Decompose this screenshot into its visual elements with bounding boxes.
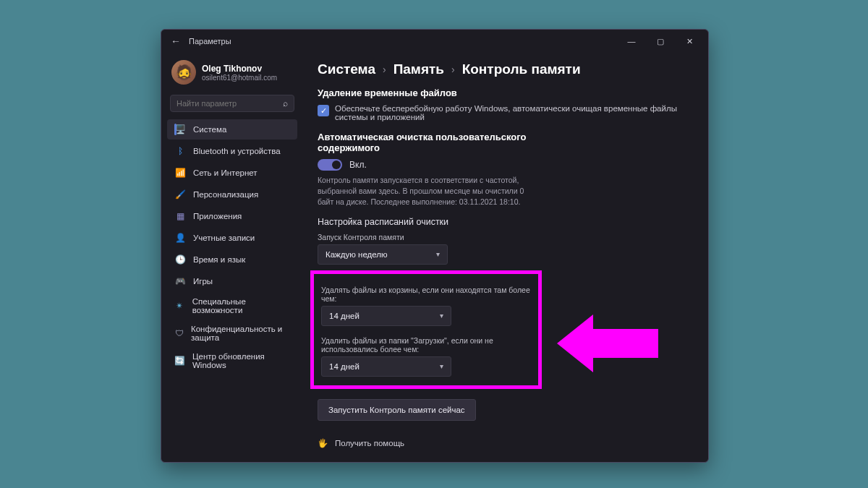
system-icon: 🖥️ <box>174 124 186 135</box>
games-icon: 🎮 <box>174 275 186 287</box>
sidebar-item-label: Учетные записи <box>193 234 255 242</box>
sidebar-item-games[interactable]: 🎮 Игры <box>167 271 297 291</box>
close-button[interactable]: ✕ <box>675 31 704 51</box>
downloads-select[interactable]: 14 дней ▾ <box>321 356 451 377</box>
chevron-right-icon: › <box>383 64 386 75</box>
sidebar-item-label: Приложения <box>193 212 242 221</box>
sidebar-item-apps[interactable]: ▦ Приложения <box>167 206 297 226</box>
sidebar-item-label: Игры <box>193 277 213 286</box>
sidebar-item-system[interactable]: 🖥️ Система <box>167 119 297 140</box>
sidebar-item-bluetooth[interactable]: ᛒ Bluetooth и устройства <box>167 141 297 161</box>
breadcrumb-storage[interactable]: Память <box>393 61 444 77</box>
run-schedule-select[interactable]: Каждую неделю ▾ <box>318 244 448 265</box>
chevron-down-icon: ▾ <box>440 362 443 370</box>
breadcrumb-current: Контроль памяти <box>462 61 581 77</box>
avatar: 🧔 <box>171 60 196 85</box>
auto-clean-description: Контроль памяти запускается в соответств… <box>318 175 535 208</box>
sidebar-item-label: Сеть и Интернет <box>193 168 258 177</box>
accounts-icon: 👤 <box>174 232 186 244</box>
update-icon: 🔄 <box>174 355 185 367</box>
sidebar-item-time[interactable]: 🕒 Время и язык <box>167 249 297 270</box>
chevron-down-icon: ▾ <box>440 312 443 320</box>
sidebar-item-accessibility[interactable]: ✴ Специальные возможности <box>167 293 297 319</box>
main-content: Система › Память › Контроль памяти Удале… <box>303 53 708 462</box>
app-title: Параметры <box>189 37 231 46</box>
run-schedule-label: Запуск Контроля памяти <box>318 233 691 241</box>
sidebar-item-privacy[interactable]: 🛡 Конфиденциальность и защита <box>167 320 297 346</box>
breadcrumb-system[interactable]: Система <box>318 61 375 77</box>
maximize-button[interactable]: ▢ <box>646 31 675 51</box>
temp-files-checkbox-row[interactable]: ✓ Обеспечьте бесперебойную работу Window… <box>318 104 691 121</box>
recycle-value: 14 дней <box>329 312 359 320</box>
sidebar-item-label: Конфиденциальность и защита <box>191 325 290 342</box>
search-input[interactable] <box>176 99 283 108</box>
bluetooth-icon: ᛒ <box>174 145 186 157</box>
run-schedule-value: Каждую неделю <box>326 250 388 259</box>
recycle-label: Удалять файлы из корзины, если они наход… <box>321 286 531 303</box>
accessibility-icon: ✴ <box>174 300 185 312</box>
sidebar-item-label: Bluetooth и устройства <box>193 147 281 155</box>
chevron-right-icon: › <box>451 64 455 75</box>
breadcrumb: Система › Память › Контроль памяти <box>318 61 691 77</box>
downloads-label: Удалить файлы из папки "Загрузки", если … <box>321 336 531 354</box>
personalization-icon: 🖌️ <box>174 189 186 200</box>
profile-email: osilent61@hotmail.com <box>202 74 277 82</box>
help-icon: 🖐 <box>318 438 328 448</box>
profile-block[interactable]: 🧔 Oleg Tikhonov osilent61@hotmail.com <box>167 57 297 92</box>
back-button[interactable]: ← <box>166 31 186 51</box>
sidebar: 🧔 Oleg Tikhonov osilent61@hotmail.com ⌕ … <box>161 53 303 462</box>
titlebar: ← Параметры — ▢ ✕ <box>161 30 708 53</box>
recycle-select[interactable]: 14 дней ▾ <box>321 306 451 326</box>
minimize-button[interactable]: — <box>617 31 646 51</box>
temp-files-check-label: Обеспечьте бесперебойную работу Windows,… <box>335 104 691 121</box>
profile-name: Oleg Tikhonov <box>202 64 277 74</box>
sidebar-item-label: Система <box>193 125 226 134</box>
sidebar-item-network[interactable]: 📶 Сеть и Интернет <box>167 163 297 183</box>
time-icon: 🕒 <box>174 254 186 265</box>
auto-clean-toggle[interactable] <box>318 159 342 171</box>
sidebar-item-accounts[interactable]: 👤 Учетные записи <box>167 228 297 248</box>
search-icon: ⌕ <box>283 98 288 108</box>
toggle-label: Вкл. <box>349 160 367 170</box>
settings-window: ← Параметры — ▢ ✕ 🧔 Oleg Tikhonov osilen… <box>161 29 709 463</box>
highlight-annotation: Удалять файлы из корзины, если они наход… <box>310 270 542 389</box>
chevron-down-icon: ▾ <box>436 250 440 258</box>
downloads-value: 14 дней <box>329 362 359 371</box>
network-icon: 📶 <box>174 167 186 179</box>
checkbox-checked-icon[interactable]: ✓ <box>318 105 329 116</box>
apps-icon: ▦ <box>174 210 186 222</box>
temp-files-heading: Удаление временные файлов <box>318 87 691 98</box>
schedule-heading: Настройка расписаний очистки <box>318 217 691 227</box>
search-input-wrap[interactable]: ⌕ <box>170 95 294 112</box>
sidebar-item-label: Персонализация <box>193 190 258 199</box>
run-now-button[interactable]: Запустить Контроль памяти сейчас <box>318 399 476 421</box>
get-help-link[interactable]: 🖐 Получить помощь <box>318 438 691 448</box>
sidebar-item-label: Время и язык <box>193 255 245 264</box>
sidebar-item-personalization[interactable]: 🖌️ Персонализация <box>167 184 297 205</box>
privacy-icon: 🛡 <box>174 328 184 339</box>
auto-clean-heading: Автоматическая очистка пользовательского… <box>318 132 549 153</box>
sidebar-item-label: Центр обновления Windows <box>192 352 290 369</box>
sidebar-item-label: Специальные возможности <box>192 297 290 314</box>
sidebar-item-update[interactable]: 🔄 Центр обновления Windows <box>167 348 297 374</box>
